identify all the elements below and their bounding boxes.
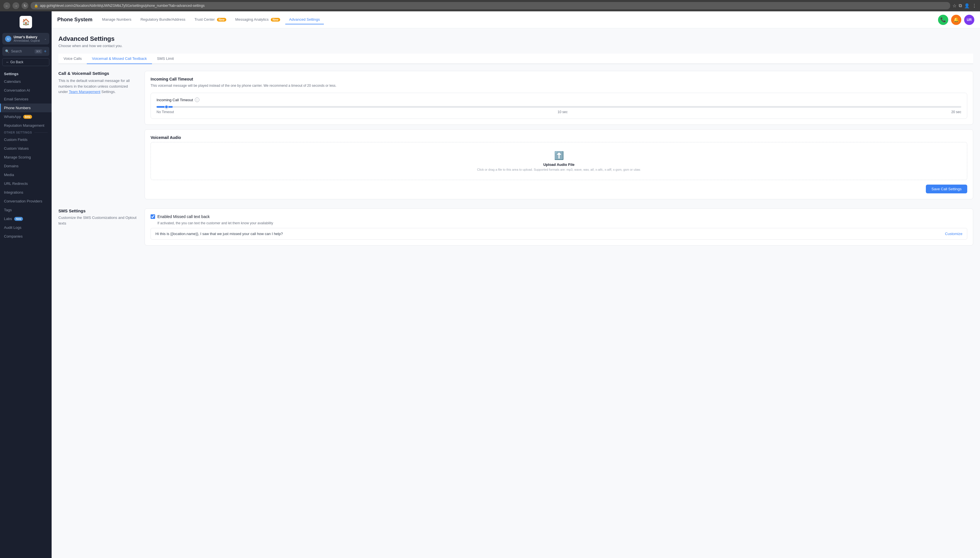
tab-voice-calls[interactable]: Voice Calls — [58, 54, 87, 64]
tab-sms-limit[interactable]: SMS Limit — [152, 54, 179, 64]
content-title: Advanced Settings — [58, 35, 973, 43]
sidebar-item-calendars[interactable]: Calendars — [0, 77, 52, 86]
voicemail-audio-card: Voicemail Audio ⬆️ Upload Audio File Cli… — [144, 129, 973, 199]
sms-right: Enabled Missed call text back If activat… — [144, 208, 973, 246]
sidebar-item-whatsapp[interactable]: WhatsApp beta — [0, 112, 52, 121]
sidebar-item-custom-fields[interactable]: Custom Fields — [0, 135, 52, 144]
sidebar-item-labs[interactable]: Labs New — [0, 214, 52, 223]
account-icon[interactable]: 👤 — [964, 3, 970, 8]
page-title: Phone System — [57, 17, 92, 23]
user-avatar-button[interactable]: UR — [964, 15, 974, 25]
sidebar-item-manage-scoring[interactable]: Manage Scoring — [0, 153, 52, 162]
back-button[interactable]: ← — [3, 2, 10, 9]
sidebar-item-reputation-management[interactable]: Reputation Management — [0, 121, 52, 130]
sidebar-item-custom-values[interactable]: Custom Values — [0, 144, 52, 153]
sidebar-item-conversation-providers[interactable]: Conversation Providers — [0, 197, 52, 205]
settings-cards: Incoming Call Timeout This voicemail mes… — [144, 71, 973, 199]
slider-track — [156, 106, 961, 108]
other-settings-section: OTHER SETTINGS — [0, 130, 52, 135]
text-preview: Hi this is {{location.name}}, I saw that… — [151, 228, 967, 240]
missed-call-label: Enabled Missed call text back — [158, 214, 210, 219]
browser-actions: ☆ ⧉ 👤 ⋮ — [952, 3, 977, 8]
sidebar-item-audit-logs[interactable]: Audit Logs — [0, 223, 52, 232]
missed-call-description: If activated, the you can text the custo… — [151, 221, 967, 225]
save-call-settings-button[interactable]: Save Call Settings — [926, 185, 967, 194]
card-description: This voicemail message will be played in… — [151, 83, 967, 88]
customize-link[interactable]: Customize — [945, 231, 962, 236]
sidebar-item-label: Manage Scoring — [4, 155, 31, 159]
new-badge: New — [14, 217, 23, 221]
tab-advanced-settings[interactable]: Advanced Settings — [285, 15, 324, 25]
sidebar-item-label: Media — [4, 173, 14, 177]
main-content: Phone System Manage Numbers Regulatory B… — [52, 11, 980, 558]
bookmark-icon[interactable]: ☆ — [952, 3, 957, 8]
url-bar[interactable]: 🔒 app.gohighlevel.com/v2/location/Ab8nWq… — [31, 2, 950, 9]
slider-container: Incoming Call Timeout i No Timeout 10 se… — [151, 93, 967, 119]
missed-call-checkbox-row: Enabled Missed call text back — [151, 214, 967, 219]
tab-messaging-analytics[interactable]: Messaging Analytics New — [231, 15, 284, 25]
settings-section-label: Settings — [0, 69, 52, 77]
top-bar-right: 📞 🔔 UR — [938, 15, 974, 25]
sidebar-item-label: URL Redirects — [4, 181, 28, 186]
slider-thumb[interactable] — [164, 105, 168, 109]
settings-layout: Call & Voicemail Settings This is the de… — [58, 71, 973, 199]
sidebar-item-label: Companies — [4, 234, 23, 238]
menu-icon[interactable]: ⋮ — [972, 3, 977, 8]
sidebar-item-label: Tags — [4, 208, 11, 212]
content-area: Advanced Settings Choose when and how we… — [52, 28, 980, 558]
sms-section: SMS Settings Customize the SMS Customiza… — [58, 208, 973, 246]
sidebar-item-phone-numbers[interactable]: Phone Numbers — [0, 103, 52, 112]
incoming-call-timeout-card: Incoming Call Timeout This voicemail mes… — [144, 71, 973, 125]
go-back-button[interactable]: ← Go Back — [2, 58, 49, 66]
phone-button[interactable]: 📞 — [938, 15, 948, 25]
info-icon[interactable]: i — [195, 98, 199, 102]
account-location: Ahmedabad, Gujarat — [14, 39, 42, 42]
sidebar-item-label: Conversation Providers — [4, 199, 42, 203]
sidebar-item-domains[interactable]: Domains — [0, 162, 52, 171]
slider-labels: No Timeout 10 sec 20 sec — [156, 110, 961, 114]
notification-button[interactable]: 🔔 — [951, 15, 961, 25]
team-management-link[interactable]: Team Management — [69, 90, 100, 94]
app-logo: 🏠 — [20, 16, 32, 28]
missed-call-checkbox[interactable] — [151, 214, 155, 219]
extensions-icon[interactable]: ⧉ — [959, 3, 962, 8]
tab-regulatory-bundle[interactable]: Regulatory Bundle/Address — [136, 15, 189, 25]
upload-title: Upload Audio File — [156, 162, 961, 167]
sidebar-item-label: Reputation Management — [4, 123, 44, 128]
search-bar[interactable]: 🔍 Search ⌘K + — [2, 47, 49, 56]
tab-bar: Voice Calls Voicemail & Missed Call Text… — [58, 54, 973, 64]
sidebar-item-label: WhatsApp — [4, 115, 21, 119]
sidebar-item-email-services[interactable]: Email Services — [0, 95, 52, 103]
tab-manage-numbers[interactable]: Manage Numbers — [98, 15, 135, 25]
reload-button[interactable]: ↻ — [21, 2, 28, 9]
upload-area[interactable]: ⬆️ Upload Audio File Click or drag a fil… — [151, 142, 967, 180]
trust-center-new-badge: New — [217, 18, 226, 21]
app-container: 🏠 U Umar's Bakery Ahmedabad, Gujarat ⌄ 🔍… — [0, 11, 980, 558]
sidebar-item-integrations[interactable]: Integrations — [0, 188, 52, 197]
sidebar-item-tags[interactable]: Tags — [0, 205, 52, 214]
sidebar-item-label: Domains — [4, 164, 18, 168]
upload-icon: ⬆️ — [156, 151, 961, 160]
tab-trust-center[interactable]: Trust Center New — [190, 15, 230, 25]
voicemail-audio-title: Voicemail Audio — [151, 135, 967, 140]
tab-voicemail-missed[interactable]: Voicemail & Missed Call Textback — [87, 54, 152, 64]
account-info: Umar's Bakery Ahmedabad, Gujarat — [14, 35, 42, 42]
sidebar-item-media[interactable]: Media — [0, 171, 52, 179]
top-bar-left: Phone System Manage Numbers Regulatory B… — [57, 15, 324, 25]
sidebar-item-url-redirects[interactable]: URL Redirects — [0, 179, 52, 188]
sidebar-item-label: Conversation AI — [4, 88, 30, 92]
sms-title: SMS Settings — [58, 208, 138, 213]
section-description: This is the default voicemail message fo… — [58, 78, 138, 95]
account-switcher[interactable]: U Umar's Bakery Ahmedabad, Gujarat ⌄ — [2, 33, 49, 44]
section-title: Call & Voicemail Settings — [58, 71, 138, 76]
sidebar: 🏠 U Umar's Bakery Ahmedabad, Gujarat ⌄ 🔍… — [0, 11, 52, 558]
sidebar-item-label: Phone Numbers — [4, 106, 31, 110]
chevron-down-icon: ⌄ — [44, 37, 46, 40]
sidebar-item-companies[interactable]: Companies — [0, 232, 52, 241]
forward-button[interactable]: → — [13, 2, 19, 9]
account-name: Umar's Bakery — [14, 35, 42, 39]
sidebar-item-conversation-ai[interactable]: Conversation AI — [0, 86, 52, 95]
add-icon[interactable]: + — [44, 49, 46, 54]
top-bar: Phone System Manage Numbers Regulatory B… — [52, 11, 980, 28]
save-btn-row: Save Call Settings — [151, 185, 967, 194]
